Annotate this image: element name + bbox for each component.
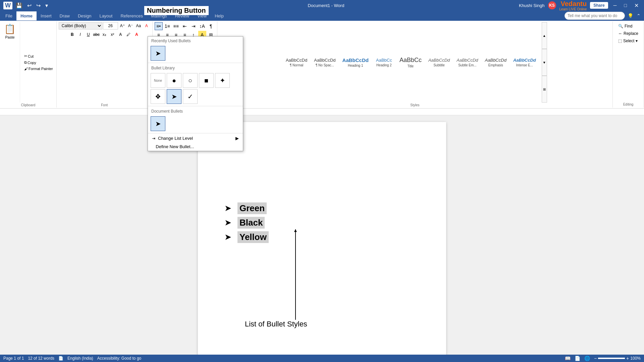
bullet-option-recent-arrow[interactable]: ➤	[151, 46, 165, 61]
bold-button[interactable]: B	[68, 31, 76, 38]
styles-scroll-down[interactable]: ▼	[542, 49, 547, 76]
select-icon: ⬚	[618, 39, 622, 43]
font-size-decrease-button[interactable]: A⁻	[127, 22, 134, 29]
bullet-option-arrow-fill[interactable]: ➤	[167, 89, 181, 104]
close-window-button[interactable]: ✕	[632, 2, 641, 9]
tab-references[interactable]: References	[116, 11, 147, 20]
font-family-select[interactable]: Calibri (Body)	[59, 22, 102, 29]
text-effects-button[interactable]: A	[117, 31, 124, 38]
change-case-button[interactable]: Aa	[135, 22, 142, 29]
format-painter-button[interactable]: 🖌 Format Painter	[23, 66, 54, 71]
define-new-bullet-item[interactable]: · Define New Bullet...	[148, 142, 243, 151]
bullet-option-none[interactable]: None	[151, 73, 165, 88]
document-container: ➤ Green ➤ Black ➤ Yellow	[0, 109, 644, 362]
zoom-out-button[interactable]: −	[594, 356, 597, 361]
ribbon: File Home Insert Draw Design Layout Refe…	[0, 11, 644, 109]
word-icon: W	[3, 2, 12, 9]
item-text-green: Green	[237, 202, 267, 214]
divider-1	[148, 63, 243, 63]
style-title[interactable]: AaBbCc Title	[396, 56, 425, 69]
document-bullets-title: Document Bullets	[148, 107, 243, 115]
bullet-option-doc-arrow[interactable]: ➤	[151, 116, 165, 131]
accessibility: Accessibility: Good to go	[97, 356, 141, 361]
cut-button[interactable]: ✂ Cut	[23, 53, 54, 59]
style-subtle-emphasis[interactable]: AaBbCcDd Subtle Em...	[453, 57, 481, 68]
tab-help[interactable]: Help	[211, 11, 228, 20]
style-heading2[interactable]: AaBbCc Heading 2	[372, 57, 396, 68]
tab-draw[interactable]: Draw	[56, 11, 74, 20]
text-highlight-button[interactable]: 🖊	[125, 31, 132, 38]
bullet-option-diamond[interactable]: ❖	[151, 89, 165, 104]
italic-button[interactable]: I	[76, 31, 84, 38]
clipboard-group-title: Clipboard	[21, 103, 35, 107]
subscript-button[interactable]: x₂	[101, 31, 108, 38]
paste-icon: 📋	[4, 23, 16, 35]
tab-insert[interactable]: Insert	[37, 11, 56, 20]
word-count: 12 of 12 words	[28, 356, 54, 361]
tab-design[interactable]: Design	[74, 11, 95, 20]
decrease-indent-button[interactable]: ⇤	[181, 22, 189, 30]
font-group: Calibri (Body) A⁺ A⁻ Aa A B I U abc x₂ x…	[57, 21, 153, 108]
tab-file[interactable]: File	[1, 11, 16, 20]
style-intense[interactable]: AaBbCcDd Intense E...	[510, 57, 539, 68]
list-item: ➤ Yellow	[225, 231, 426, 243]
change-list-level-item[interactable]: ⇥ Change List Level ▶	[148, 134, 243, 142]
font-size-increase-button[interactable]: A⁺	[119, 22, 126, 29]
style-heading1[interactable]: AaBbCcDd Heading 1	[339, 56, 372, 68]
superscript-button[interactable]: x²	[109, 31, 116, 38]
maximize-button[interactable]: □	[622, 3, 629, 8]
bullet-option-star[interactable]: ✦	[215, 73, 230, 88]
paste-button[interactable]: 📋 Paste	[2, 22, 18, 41]
bullet-option-circle-open[interactable]: ○	[183, 73, 198, 88]
underline-button[interactable]: U	[85, 31, 92, 38]
style-emphasis[interactable]: AaBbCcDd Emphasis	[482, 57, 509, 68]
customize-button[interactable]: ▾	[44, 2, 49, 9]
show-formatting-button[interactable]: ¶	[207, 22, 215, 30]
web-layout-button[interactable]: 🌐	[584, 356, 590, 361]
sort-button[interactable]: ↕A	[198, 22, 206, 30]
zoom-in-button[interactable]: +	[626, 356, 629, 361]
ribbon-tabs: File Home Insert Draw Design Layout Refe…	[0, 11, 644, 21]
bullet-option-square[interactable]: ■	[199, 73, 214, 88]
bullet-option-checkmark[interactable]: ✓	[183, 89, 198, 104]
copy-button[interactable]: ⧉ Copy	[23, 60, 54, 65]
select-dropdown-icon: ▾	[636, 39, 638, 43]
style-normal[interactable]: AaBbCcDd ¶ Normal	[283, 57, 310, 68]
share-button[interactable]: Share	[590, 2, 608, 9]
styles-more[interactable]: ⊞	[542, 76, 547, 103]
tab-home[interactable]: Home	[16, 11, 37, 20]
tab-layout[interactable]: Layout	[95, 11, 116, 20]
read-mode-button[interactable]: 📖	[565, 356, 571, 361]
numbering-button[interactable]: 1≡	[163, 22, 171, 30]
ribbon-collapse-button[interactable]: ⌃	[635, 13, 643, 18]
zoom-control: − + 100%	[594, 356, 641, 361]
font-size-input[interactable]	[103, 22, 118, 29]
replace-button[interactable]: ↔ Replace	[615, 30, 641, 37]
minimize-button[interactable]: ─	[611, 3, 619, 8]
style-nospace[interactable]: AaBbCcDd ¶ No Spac...	[311, 57, 338, 68]
bullet-option-circle-fill[interactable]: ●	[167, 73, 181, 88]
document-bullets-grid: ➤	[148, 115, 243, 132]
increase-indent-button[interactable]: ⇥	[190, 22, 198, 30]
bullets-button[interactable]: ≡•	[155, 22, 163, 30]
page-wrapper[interactable]: ➤ Green ➤ Black ➤ Yellow	[0, 115, 644, 362]
select-button[interactable]: ⬚ Select ▾	[615, 38, 641, 44]
recently-used-title: Recently Used Bullets	[148, 37, 243, 45]
zoom-slider[interactable]	[598, 358, 625, 359]
save-button[interactable]: 💾	[14, 2, 24, 9]
redo-button[interactable]: ↪	[35, 2, 42, 9]
language: English (India)	[67, 356, 93, 361]
font-color-button[interactable]: A	[133, 31, 140, 38]
document-area: ➤ Green ➤ Black ➤ Yellow	[0, 109, 644, 362]
print-layout-button[interactable]: 📄	[575, 356, 580, 361]
style-subtitle[interactable]: AaBbCcDd Subtitle	[425, 57, 453, 68]
styles-scroll-up[interactable]: ▲	[542, 22, 547, 49]
strikethrough-button[interactable]: abc	[93, 31, 100, 38]
multilevel-list-button[interactable]: ≡≡	[172, 22, 180, 30]
clear-format-button[interactable]: A	[143, 22, 150, 29]
change-level-icon: ⇥	[152, 136, 155, 141]
tell-me-input[interactable]	[565, 12, 625, 20]
find-button[interactable]: 🔍 Find	[615, 23, 641, 29]
numbering-button-label: Numbering Button	[144, 6, 209, 15]
undo-button[interactable]: ↩	[26, 2, 33, 9]
